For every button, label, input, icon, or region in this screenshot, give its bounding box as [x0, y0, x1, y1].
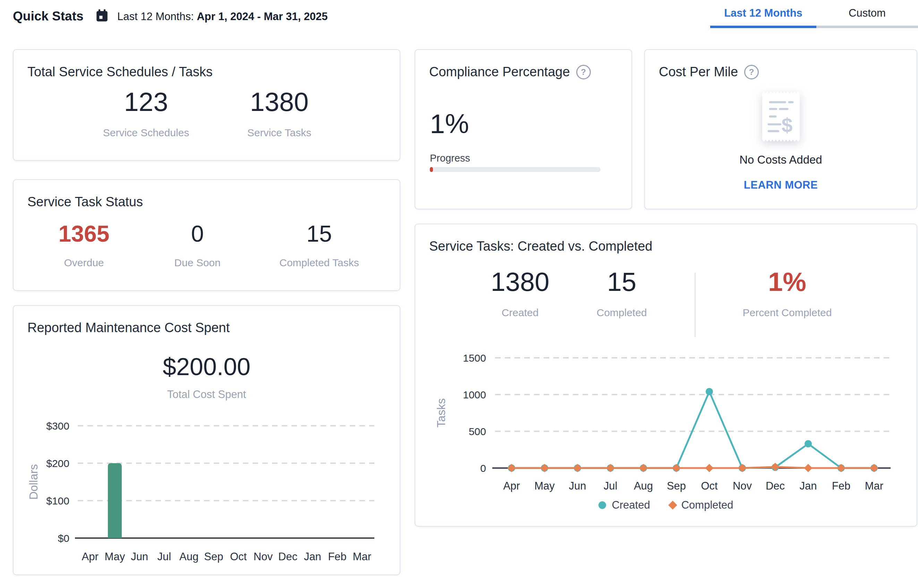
no-costs-added-text: No Costs Added [645, 153, 916, 166]
svg-text:Aug: Aug [634, 480, 653, 492]
svg-text:Jan: Jan [800, 480, 817, 492]
card-cost-per-mile: Cost Per Mile ? $ No Costs Added LEARN M… [644, 49, 917, 209]
stat-value: 15 [279, 222, 359, 245]
legend-item-created[interactable]: Created [599, 499, 650, 511]
date-range-label: Last 12 Months: [117, 10, 194, 23]
compliance-value: 1% [430, 108, 469, 140]
svg-text:Jun: Jun [131, 551, 148, 563]
stat-label: Created [491, 307, 549, 318]
svg-text:$300: $300 [46, 420, 70, 431]
svg-text:0: 0 [480, 462, 486, 474]
svg-text:Oct: Oct [701, 480, 718, 492]
compliance-progress-track [430, 167, 601, 172]
help-icon[interactable]: ? [744, 65, 759, 79]
stat-label: Overdue [58, 257, 110, 269]
stat-completed: 15 Completed [596, 269, 647, 318]
svg-text:Jun: Jun [569, 480, 586, 492]
maintenance-cost-bar-chart: $0$100$200$300AprMayJunJulAugSepOctNovDe… [26, 410, 387, 567]
svg-text:Apr: Apr [503, 480, 520, 492]
stat-value: 15 [596, 269, 647, 295]
stat-completed-tasks: 15 Completed Tasks [279, 222, 359, 269]
svg-text:1500: 1500 [463, 352, 486, 364]
svg-text:Tasks: Tasks [435, 398, 448, 428]
svg-text:Jul: Jul [157, 551, 172, 563]
svg-text:1000: 1000 [463, 389, 486, 401]
card-title-text: Service Tasks: Created vs. Completed [429, 239, 652, 254]
card-title-text: Total Service Schedules / Tasks [28, 65, 213, 79]
stat-percent-completed: 1% Percent Completed [743, 269, 832, 318]
svg-text:Oct: Oct [230, 551, 247, 563]
card-title-text: Cost Per Mile [659, 65, 738, 79]
card-created-vs-completed: Service Tasks: Created vs. Completed 138… [414, 224, 917, 527]
svg-text:Jul: Jul [604, 480, 618, 492]
stat-label: Service Schedules [103, 127, 189, 139]
compliance-progress-fill [430, 167, 433, 172]
svg-text:Jan: Jan [304, 551, 321, 563]
svg-text:$100: $100 [46, 495, 70, 507]
stat-created: 1380 Created [491, 269, 549, 318]
card-service-task-status: Service Task Status 1365 Overdue 0 Due S… [13, 179, 400, 291]
time-range-tabs: Last 12 Months Custom [710, 1, 918, 28]
date-range-value: Apr 1, 2024 - Mar 31, 2025 [197, 10, 327, 23]
progress-label: Progress [430, 153, 470, 164]
card-title-text: Reported Maintenance Cost Spent [28, 320, 230, 335]
card-title-text: Service Task Status [28, 194, 143, 209]
svg-text:Apr: Apr [82, 551, 99, 563]
date-range: Last 12 Months: Apr 1, 2024 - Mar 31, 20… [117, 10, 328, 23]
svg-text:$0: $0 [58, 533, 70, 544]
svg-text:Nov: Nov [254, 551, 273, 563]
stat-value: 1365 [58, 222, 110, 245]
help-icon[interactable]: ? [576, 65, 591, 79]
card-title-text: Compliance Percentage [429, 65, 570, 79]
stat-value: 1% [743, 269, 832, 295]
svg-text:May: May [534, 480, 555, 492]
legend-label: Created [612, 499, 650, 511]
stat-label: Percent Completed [743, 307, 832, 318]
svg-text:500: 500 [469, 426, 486, 437]
svg-text:May: May [105, 551, 125, 563]
card-title: Reported Maintenance Cost Spent [28, 320, 230, 335]
tab-last-12-months[interactable]: Last 12 Months [710, 1, 816, 28]
stat-label: Service Tasks [248, 127, 312, 139]
legend-label: Completed [682, 499, 733, 511]
line-chart-legend: Created Completed [415, 499, 916, 511]
svg-text:Sep: Sep [204, 551, 223, 563]
card-compliance-percentage: Compliance Percentage ? 1% Progress [414, 49, 632, 209]
svg-text:Dec: Dec [278, 551, 297, 563]
card-title: Compliance Percentage ? [429, 65, 591, 79]
stat-label: Due Soon [174, 257, 220, 269]
stat-due-soon: 0 Due Soon [174, 222, 220, 269]
learn-more-link[interactable]: LEARN MORE [645, 179, 916, 191]
created-completed-line-chart: 050010001500AprMayJunJulAugSepOctNovDecJ… [429, 337, 905, 495]
stat-overdue: 1365 Overdue [58, 222, 110, 269]
stat-value: 1380 [248, 89, 312, 115]
card-reported-maintenance-cost: Reported Maintenance Cost Spent $200.00 … [13, 305, 400, 575]
stats-divider [695, 273, 696, 337]
svg-text:Dollars: Dollars [27, 464, 40, 500]
stat-label: Completed Tasks [279, 257, 359, 269]
calendar-icon [95, 8, 109, 23]
svg-text:Mar: Mar [865, 480, 883, 492]
receipt-dollar-icon: $ [761, 89, 801, 144]
legend-item-completed[interactable]: Completed [670, 499, 733, 511]
tab-custom[interactable]: Custom [816, 1, 918, 28]
svg-text:Feb: Feb [328, 551, 346, 563]
card-title: Service Task Status [28, 194, 143, 209]
card-title: Total Service Schedules / Tasks [28, 65, 213, 79]
stat-value: 1380 [491, 269, 549, 295]
card-title: Cost Per Mile ? [659, 65, 759, 79]
card-title: Service Tasks: Created vs. Completed [429, 239, 652, 254]
completed-series-marker-icon [668, 501, 677, 509]
svg-text:Nov: Nov [733, 480, 752, 492]
svg-text:Sep: Sep [667, 480, 686, 492]
svg-text:Feb: Feb [832, 480, 850, 492]
page-title: Quick Stats [13, 9, 84, 24]
svg-text:$200: $200 [46, 458, 70, 469]
card-total-service-schedules-tasks: Total Service Schedules / Tasks 123 Serv… [13, 49, 400, 161]
svg-text:Mar: Mar [353, 551, 371, 563]
svg-text:Dec: Dec [766, 480, 785, 492]
stat-service-tasks: 1380 Service Tasks [248, 89, 312, 139]
stat-label: Completed [596, 307, 647, 318]
created-series-marker-icon [599, 501, 606, 509]
stat-service-schedules: 123 Service Schedules [103, 89, 189, 139]
